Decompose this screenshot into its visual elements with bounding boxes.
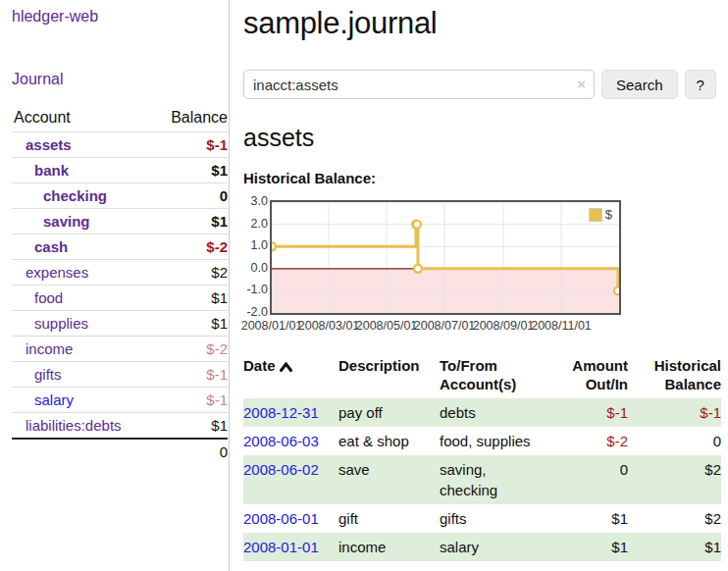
account-name-cell: liabilities:debts — [12, 413, 154, 440]
transaction-accounts: gifts — [440, 504, 549, 533]
chart-title: Historical Balance: — [243, 170, 721, 186]
transaction-date-link[interactable]: 2008-01-01 — [243, 539, 319, 555]
main-panel: sample.journal × Search ? assets Histori… — [230, 0, 728, 571]
hledger-web-app: hledger-web Journal Account Balance asse… — [0, 0, 728, 571]
account-name-cell: food — [12, 286, 154, 311]
transaction-balance: 0 — [628, 427, 721, 455]
transaction-date-cell: 2008-06-02 — [243, 455, 338, 504]
balance-column-header: Balance — [154, 105, 228, 132]
accounts-table: Account Balance assets$-1bank$1checking0… — [12, 105, 228, 464]
account-row: gifts$-1 — [12, 362, 228, 388]
account-balance: $1 — [154, 158, 228, 183]
account-link-supplies[interactable]: supplies — [34, 315, 88, 332]
transaction-row: 2008-06-02savesaving, checking0$2 — [243, 455, 721, 504]
app-title-link[interactable]: hledger-web — [12, 8, 229, 26]
account-balance: $1 — [154, 311, 228, 337]
transaction-accounts: salary — [440, 533, 549, 561]
account-row: checking0 — [12, 183, 228, 209]
account-name-cell: saving — [12, 209, 154, 234]
chart-canvas — [272, 202, 619, 313]
account-row: supplies$1 — [12, 311, 228, 337]
account-name-cell: income — [12, 337, 154, 362]
transaction-amount: $-2 — [549, 427, 628, 455]
transaction-date-cell: 2008-06-01 — [243, 504, 338, 533]
account-link-food[interactable]: food — [34, 289, 63, 306]
help-button[interactable]: ? — [685, 70, 716, 99]
x-axis-label: 2008/03/01 — [298, 319, 360, 333]
account-balance: $1 — [154, 209, 228, 234]
transaction-date-link[interactable]: 2008-06-01 — [243, 510, 319, 527]
y-axis-label: -1.0 — [243, 284, 268, 296]
account-balance: $1 — [154, 286, 228, 311]
sidebar: hledger-web Journal Account Balance asse… — [0, 0, 230, 571]
account-row: food$1 — [12, 286, 228, 311]
x-axis-label: 2008/01/01 — [241, 319, 303, 333]
data-point-marker — [614, 286, 619, 294]
transaction-date-link[interactable]: 2008-06-03 — [243, 433, 319, 449]
account-name-cell: gifts — [12, 362, 154, 388]
account-name-cell: assets — [12, 132, 154, 158]
account-column-header-register: To/From Account(s) — [440, 354, 549, 398]
transaction-amount: $-1 — [549, 398, 628, 427]
series-color-swatch — [589, 208, 602, 222]
y-axis-label: -2.0 — [243, 306, 268, 319]
account-link-saving[interactable]: saving — [43, 213, 90, 230]
x-axis-label: 2008/07/01 — [414, 319, 476, 333]
account-link-income[interactable]: income — [26, 340, 73, 357]
transaction-date-cell: 2008-01-01 — [243, 533, 338, 561]
date-column-header[interactable]: Date — [243, 354, 338, 398]
register-header-row: Date Description To/From Account(s) Amou… — [243, 354, 721, 398]
accounts-total-value: 0 — [154, 439, 228, 464]
accounts-table-body: assets$-1bank$1checking0saving$1cash$-2e… — [12, 132, 228, 440]
account-link-checking[interactable]: checking — [43, 187, 107, 204]
transaction-row: 2008-06-03eat & shopfood, supplies$-20 — [243, 427, 721, 455]
account-row: liabilities:debts$1 — [12, 413, 228, 440]
account-link-gifts[interactable]: gifts — [34, 366, 62, 383]
transaction-amount: $1 — [549, 533, 628, 561]
description-column-header: Description — [338, 354, 440, 398]
register-table-body: 2008-12-31pay offdebts$-1$-12008-06-03ea… — [243, 398, 721, 561]
search-button[interactable]: Search — [601, 70, 678, 99]
account-link-cash[interactable]: cash — [34, 238, 68, 255]
account-link-expenses[interactable]: expenses — [26, 264, 88, 281]
transaction-accounts: food, supplies — [440, 427, 549, 455]
account-link-liabilities-debts[interactable]: liabilities:debts — [26, 417, 122, 434]
transaction-row: 2008-01-01incomesalary$1$1 — [243, 533, 721, 561]
account-name-cell: bank — [12, 158, 154, 183]
transaction-description: gift — [338, 504, 440, 533]
account-link-assets[interactable]: assets — [26, 136, 72, 153]
x-axis-label: 2008/09/01 — [473, 319, 535, 333]
transaction-date-link[interactable]: 2008-12-31 — [243, 404, 319, 421]
historical-balance-column-header: Historical Balance — [628, 354, 721, 398]
account-name-cell: supplies — [12, 311, 154, 337]
account-link-bank[interactable]: bank — [34, 162, 69, 179]
y-axis-label: 0.0 — [243, 262, 268, 275]
account-row: saving$1 — [12, 209, 228, 234]
nav-journal-link[interactable]: Journal — [12, 71, 229, 88]
account-name-cell: expenses — [12, 260, 154, 286]
account-link-salary[interactable]: salary — [34, 391, 74, 408]
account-balance: $-1 — [154, 388, 228, 413]
transaction-date-cell: 2008-06-03 — [243, 427, 338, 455]
search-input[interactable] — [243, 70, 595, 99]
transaction-balance: $-1 — [628, 398, 721, 427]
account-balance: $-2 — [154, 337, 228, 362]
account-row: assets$-1 — [12, 132, 228, 158]
clear-search-icon[interactable]: × — [577, 76, 586, 93]
transaction-description: pay off — [338, 398, 440, 427]
transaction-description: eat & shop — [338, 427, 440, 455]
account-name-cell: cash — [12, 234, 154, 260]
transaction-row: 2008-06-01giftgifts$1$2 — [243, 504, 721, 533]
account-balance: $-1 — [154, 362, 228, 388]
transaction-amount: $1 — [549, 504, 628, 533]
account-name-cell: salary — [12, 388, 154, 413]
account-row: income$-2 — [12, 337, 228, 362]
data-point-marker — [413, 221, 421, 229]
transaction-row: 2008-12-31pay offdebts$-1$-1 — [243, 398, 721, 427]
transaction-date-link[interactable]: 2008-06-02 — [243, 461, 319, 478]
account-row: cash$-2 — [12, 234, 228, 260]
series-legend-label: $ — [605, 207, 612, 222]
transaction-balance: $2 — [628, 455, 721, 504]
transaction-balance: $2 — [628, 504, 721, 533]
x-axis-label: 2008/05/01 — [356, 319, 418, 333]
